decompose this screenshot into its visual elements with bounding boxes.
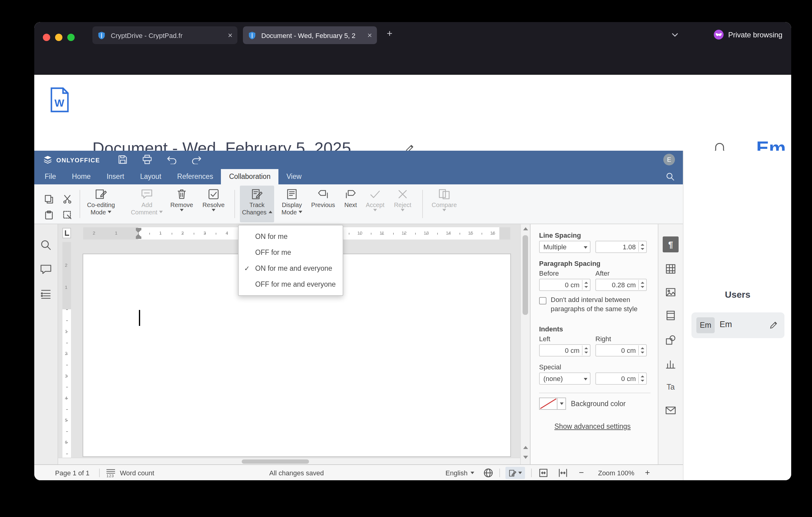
tab-list-chevron-icon[interactable] [671, 31, 679, 39]
resolve-button[interactable]: Resolve [196, 186, 231, 222]
indent-right-spinner[interactable]: 0 cm [596, 344, 647, 356]
collaborator-avatar[interactable]: E [663, 154, 675, 165]
spacing-after-spinner[interactable]: 0.28 cm [596, 279, 647, 291]
tab-insert[interactable]: Insert [98, 169, 132, 184]
ruler-number: 4 [65, 396, 67, 401]
navigation-headings-icon[interactable] [40, 288, 52, 300]
fit-width-icon[interactable] [558, 468, 568, 478]
line-spacing-select[interactable]: Multiple [539, 241, 590, 253]
menu-item-on-for-everyone[interactable]: ✓ON for me and everyone [239, 260, 343, 276]
compare-button: Compare [427, 186, 461, 222]
coediting-mode-button[interactable]: Co-editingMode [84, 186, 118, 222]
menu-item-off-for-everyone[interactable]: OFF for me and everyone [239, 276, 343, 292]
minimize-window-button[interactable] [55, 34, 62, 41]
scroll-up-arrow[interactable] [523, 227, 528, 230]
indent-right-label: Right [596, 335, 611, 343]
hanging-indent-marker[interactable] [136, 237, 141, 239]
paste-icon[interactable] [44, 210, 54, 220]
word-count-label[interactable]: Word count [120, 469, 154, 477]
background-color-swatch[interactable] [539, 398, 557, 410]
select-all-icon[interactable] [62, 210, 72, 220]
undo-icon[interactable] [167, 155, 177, 164]
shape-settings-icon[interactable] [663, 332, 678, 348]
tab-title: Document - Wed, February 5, 2 [261, 31, 362, 39]
background-color-dropdown[interactable] [557, 398, 566, 410]
special-value-spinner[interactable]: 0 cm [596, 373, 647, 385]
advanced-settings-link[interactable]: Show advanced settings [554, 423, 631, 430]
remove-comment-button[interactable]: Remove [165, 186, 199, 222]
tab-references[interactable]: References [169, 169, 221, 184]
zoom-in-button[interactable]: + [645, 467, 650, 477]
reject-change-button: Reject [387, 186, 418, 222]
chart-settings-icon[interactable] [663, 356, 678, 372]
text-art-settings-icon[interactable]: Ta [663, 379, 678, 395]
display-mode-button[interactable]: DisplayMode [275, 186, 309, 222]
special-select[interactable]: (none) [539, 373, 590, 385]
compare-icon [438, 188, 451, 200]
new-tab-button[interactable]: + [387, 28, 393, 39]
text-cursor [139, 310, 140, 326]
ruler-number: 1 [115, 230, 117, 236]
first-line-indent-marker[interactable] [136, 228, 141, 230]
vertical-scroll-thumb[interactable] [523, 235, 528, 315]
editor-search-icon[interactable] [666, 172, 675, 181]
menu-item-on-for-me[interactable]: ON for me [239, 228, 343, 244]
page-indicator[interactable]: Page 1 of 1 [55, 469, 90, 477]
spellcheck-globe-icon[interactable] [484, 468, 493, 478]
ruler-number: 1 [65, 284, 67, 290]
add-comment-button: AddComment [130, 186, 164, 222]
fit-page-icon[interactable] [539, 468, 548, 478]
tab-document[interactable]: Document - Wed, February 5, 2 × [243, 26, 377, 44]
find-icon[interactable] [40, 239, 52, 251]
ruler-number: 2 [93, 230, 95, 236]
ruler-number: 2 [65, 262, 67, 268]
horizontal-scrollbar[interactable] [58, 458, 520, 464]
ruler-number: 2 [65, 351, 67, 356]
no-interval-checkbox[interactable] [539, 297, 546, 304]
tab-close-icon[interactable]: × [368, 31, 372, 40]
zoom-out-button[interactable]: − [579, 467, 584, 477]
menu-item-off-for-me[interactable]: OFF for me [239, 244, 343, 260]
ruler-number: 12 [401, 230, 407, 236]
next-page-arrow[interactable] [523, 456, 528, 459]
tab-view[interactable]: View [279, 169, 309, 184]
horizontal-scroll-thumb[interactable] [242, 459, 309, 464]
indent-left-spinner[interactable]: 0 cm [539, 344, 590, 356]
maximize-window-button[interactable] [67, 34, 75, 41]
redo-icon[interactable] [191, 155, 202, 164]
language-selector[interactable]: English [445, 469, 474, 477]
track-changes-status-button[interactable] [505, 467, 525, 479]
vertical-scrollbar[interactable] [520, 224, 530, 464]
tab-close-icon[interactable]: × [228, 31, 233, 40]
comments-panel-icon[interactable] [40, 264, 52, 276]
accept-icon [369, 188, 381, 200]
image-settings-icon[interactable] [663, 284, 678, 300]
print-icon[interactable] [142, 154, 152, 165]
no-interval-label: Don't add interval between paragraphs of… [551, 295, 650, 314]
edit-user-pencil-icon[interactable] [769, 320, 778, 330]
user-list-item[interactable]: Em Em [692, 312, 784, 338]
mail-merge-icon[interactable] [663, 403, 678, 418]
previous-page-arrow[interactable] [523, 446, 528, 449]
spacing-before-spinner[interactable]: 0 cm [539, 279, 590, 291]
word-document-icon: W [50, 87, 69, 113]
header-footer-settings-icon[interactable] [663, 307, 678, 323]
paragraph-spacing-label: Paragraph Spacing [539, 260, 601, 267]
cut-icon[interactable] [62, 194, 72, 204]
track-changes-button[interactable]: TrackChanges [240, 186, 274, 222]
save-icon[interactable] [117, 154, 128, 165]
paragraph-settings-icon[interactable]: ¶ [663, 237, 678, 252]
tab-layout[interactable]: Layout [132, 169, 169, 184]
line-spacing-value-spinner[interactable]: 1.08 [596, 241, 647, 253]
table-settings-icon[interactable] [663, 261, 678, 277]
copy-icon[interactable] [44, 194, 54, 204]
previous-change-button[interactable]: Previous [306, 186, 340, 222]
tab-cryptdrive[interactable]: CryptDrive - CryptPad.fr × [92, 26, 237, 44]
close-window-button[interactable] [43, 34, 50, 41]
tab-collaboration[interactable]: Collaboration [221, 169, 279, 184]
tab-stop-selector[interactable] [62, 228, 71, 238]
tab-home[interactable]: Home [64, 169, 98, 184]
tab-file[interactable]: File [37, 169, 64, 184]
zoom-level[interactable]: Zoom 100% [592, 469, 640, 477]
v-ruler[interactable]: 21123456 [62, 242, 71, 459]
